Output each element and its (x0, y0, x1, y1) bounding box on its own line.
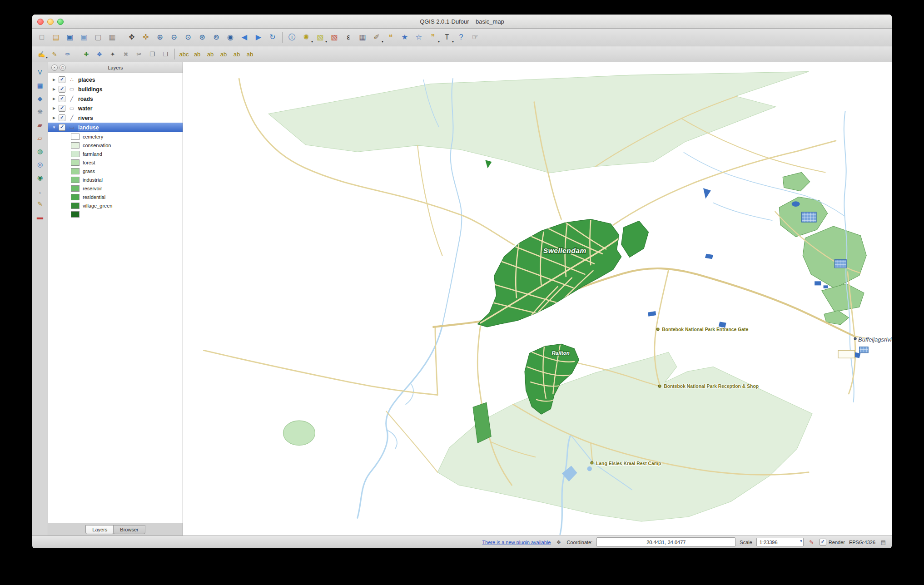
label-move-button[interactable]: ab (217, 48, 230, 60)
legend-item-unlabeled[interactable] (48, 210, 183, 218)
remove-layer-button[interactable]: ▬ (34, 212, 46, 223)
toggle-editing-button[interactable]: ✎ (48, 48, 61, 60)
cut-features-button[interactable]: ✂ (133, 48, 145, 60)
identify-button[interactable]: ⓘ (285, 30, 299, 44)
new-shapefile-layer-button[interactable]: ✎ (34, 198, 46, 209)
tab-layers[interactable]: Layers (85, 525, 114, 534)
new-composer-button[interactable]: ▢ (91, 30, 105, 44)
open-project-button[interactable]: ▤ (49, 30, 63, 44)
add-raster-layer-button[interactable]: ▦ (34, 80, 46, 91)
legend-item-village-green[interactable]: village_green (48, 201, 183, 210)
messages-icon[interactable]: ▤ (879, 538, 887, 546)
add-wfs-layer-button[interactable]: ◉ (34, 172, 46, 183)
layer-item-places[interactable]: ▶ ✓ ∴ places (48, 75, 183, 84)
layer-item-roads[interactable]: ▶ ✓ ╱ roads (48, 94, 183, 104)
whats-this-button[interactable]: ☞ (468, 30, 482, 44)
layer-item-buildings[interactable]: ▶ ✓ ▭ buildings (48, 84, 183, 94)
measure-button[interactable]: ✐ ▾ (370, 30, 383, 44)
feature-action-button[interactable]: ✺ ▾ (299, 30, 313, 44)
legend-item-industrial[interactable]: industrial (48, 175, 183, 184)
legend-item-reservoir[interactable]: reservoir (48, 184, 183, 193)
show-bookmarks-button[interactable]: ☆ (412, 30, 426, 44)
zoom-to-layer-button[interactable]: ◉ (224, 30, 237, 44)
current-edits-button[interactable]: ✍ ▾ (35, 48, 48, 60)
close-button[interactable] (37, 19, 44, 25)
legend-item-conservation[interactable]: conservation (48, 141, 183, 149)
layer-checkbox[interactable]: ✓ (59, 95, 65, 102)
tab-browser[interactable]: Browser (113, 525, 145, 534)
label-highlight-button[interactable]: ab (204, 48, 217, 60)
panel-close-button[interactable]: ✕ (51, 64, 58, 71)
deselect-features-button[interactable]: ▧ (328, 30, 341, 44)
draw-icon[interactable]: ✎ (808, 538, 815, 546)
zoom-full-button[interactable]: ⊛ (195, 30, 209, 44)
layer-item-rivers[interactable]: ▶ ✓ ╱ rivers (48, 113, 183, 123)
save-project-as-button[interactable]: ▣ (77, 30, 91, 44)
expand-caret-icon[interactable]: ▶ (51, 97, 57, 101)
zoom-actual-button[interactable]: ⊙ (181, 30, 195, 44)
add-postgis-layer-button[interactable]: ◆ (34, 93, 46, 104)
label-pin-button[interactable]: ab (191, 48, 204, 60)
refresh-map-button[interactable]: ↻ (266, 30, 279, 44)
pan-map-button[interactable]: ✥ (125, 30, 139, 44)
zoom-out-button[interactable]: ⊖ (167, 30, 181, 44)
save-edits-button[interactable]: ✑ (61, 48, 74, 60)
add-csv-layer-button[interactable]: , (34, 185, 46, 196)
legend-item-residential[interactable]: residential (48, 193, 183, 201)
new-project-button[interactable]: □ (35, 30, 49, 44)
expand-caret-icon[interactable]: ▶ (51, 78, 57, 82)
legend-item-grass[interactable]: grass (48, 167, 183, 175)
attribute-table-button[interactable]: ▦ (356, 30, 369, 44)
select-features-button[interactable]: ▧ ▾ (313, 30, 327, 44)
add-oracle-layer-button[interactable]: ▱ (34, 133, 46, 144)
new-bookmark-button[interactable]: ★ (398, 30, 412, 44)
layer-checkbox[interactable]: ✓ (59, 105, 65, 112)
plugin-icon[interactable]: ❖ (555, 538, 562, 546)
layer-item-landuse[interactable]: ▼ ✓ ▭ landuse (48, 123, 183, 132)
delete-selected-button[interactable]: ✖ (119, 48, 132, 60)
title-bar[interactable]: QGIS 2.0.1-Dufour – basic_map (32, 15, 892, 29)
expand-caret-icon[interactable]: ▶ (51, 116, 57, 120)
add-wcs-layer-button[interactable]: ◎ (34, 159, 46, 170)
zoom-last-button[interactable]: ◀ (238, 30, 251, 44)
add-vector-layer-button[interactable]: V (34, 67, 46, 78)
pan-to-selection-button[interactable]: ✜ (139, 30, 153, 44)
annotation-button[interactable]: ❞ ▾ (426, 30, 440, 44)
legend-item-cemetery[interactable]: cemetery (48, 132, 183, 141)
expand-caret-icon[interactable]: ▶ (51, 87, 57, 91)
copy-features-button[interactable]: ❐ (146, 48, 159, 60)
legend-item-forest[interactable]: forest (48, 158, 183, 167)
zoom-in-button[interactable]: ⊕ (153, 30, 167, 44)
text-annotation-button[interactable]: T ▾ (440, 30, 454, 44)
layers-panel-header[interactable]: ✕ ▢ Layers (48, 62, 183, 73)
move-feature-button[interactable]: ✥ (93, 48, 106, 60)
layer-checkbox[interactable]: ✓ (59, 76, 65, 83)
composer-manager-button[interactable]: ▦ (105, 30, 119, 44)
node-tool-button[interactable]: ✦ (106, 48, 119, 60)
expand-caret-icon[interactable]: ▼ (51, 125, 57, 129)
add-mssql-layer-button[interactable]: ▰ (34, 119, 46, 130)
save-project-button[interactable]: ▣ (63, 30, 77, 44)
label-properties-button[interactable]: ab (243, 48, 256, 60)
zoom-next-button[interactable]: ▶ (252, 30, 265, 44)
minimize-button[interactable] (47, 19, 54, 25)
help-button[interactable]: ? (454, 30, 468, 44)
layer-checkbox[interactable]: ✓ (59, 124, 65, 131)
scale-combo[interactable]: 1:23396 ▾ (756, 538, 804, 546)
zoom-button[interactable] (57, 19, 64, 25)
layer-checkbox[interactable]: ✓ (59, 114, 65, 121)
layer-item-water[interactable]: ▶ ✓ ▭ water (48, 104, 183, 113)
labeling-button[interactable]: abc (178, 48, 190, 60)
add-wms-layer-button[interactable]: ◍ (34, 146, 46, 157)
coordinate-input[interactable] (596, 537, 735, 547)
plugin-link[interactable]: There is a new plugin available (482, 540, 551, 545)
add-feature-button[interactable]: ✚ (80, 48, 93, 60)
map-canvas[interactable]: Swellendam Railton Bontebok National Par… (183, 62, 892, 535)
paste-features-button[interactable]: ❒ (159, 48, 172, 60)
add-spatialite-layer-button[interactable]: ❋ (34, 106, 46, 117)
zoom-to-selection-button[interactable]: ⊚ (209, 30, 223, 44)
expand-caret-icon[interactable]: ▶ (51, 106, 57, 110)
field-calculator-button[interactable]: ε (342, 30, 355, 44)
legend-item-farmland[interactable]: farmland (48, 149, 183, 158)
render-checkbox[interactable]: ✓ Render (820, 539, 845, 545)
